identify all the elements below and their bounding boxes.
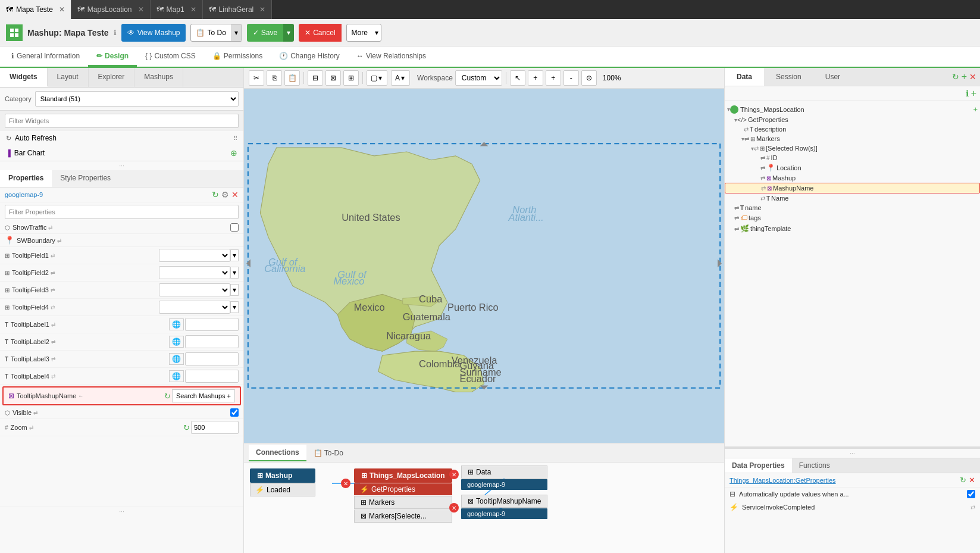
tab-custom-css[interactable]: { } Custom CSS — [137, 47, 204, 67]
category-select[interactable]: Standard (51) — [35, 91, 239, 107]
ttlabel4-input[interactable] — [185, 370, 239, 383]
add-widget-icon[interactable]: ⊕ — [230, 148, 237, 158]
tab-close-3[interactable]: ✕ — [259, 5, 265, 14]
widget-tab-mashups[interactable]: Mashups — [134, 68, 183, 87]
ttfield1-dropdown-btn[interactable]: ▾ — [230, 249, 239, 261]
showtraffic-checkbox[interactable] — [230, 223, 239, 232]
root-add-btn[interactable]: + — [973, 105, 978, 114]
tab-mapa-teste[interactable]: 🗺 Mapa Teste ✕ — [0, 0, 71, 19]
tree-id[interactable]: ⇄ # ID — [725, 153, 980, 163]
zoom-refresh-icon[interactable]: ↻ — [183, 423, 190, 432]
tab-close-0[interactable]: ✕ — [59, 5, 65, 14]
todo-arrow[interactable]: ▾ — [231, 24, 242, 41]
workspace-select[interactable]: CustomDefaultDesktopMobile — [455, 70, 502, 86]
ttlabel1-input[interactable] — [185, 318, 239, 331]
right-tab-data[interactable]: Data — [725, 68, 764, 86]
right-close-icon[interactable]: ✕ — [969, 72, 976, 82]
tree-mashupname[interactable]: ⇄ ⊠ MashupName — [725, 183, 980, 193]
filter-widgets-input[interactable] — [5, 114, 239, 128]
widget-tab-explorer[interactable]: Explorer — [89, 68, 135, 87]
ttfield3-select[interactable] — [159, 283, 230, 296]
ttmashupname-refresh-icon[interactable]: ↻ — [164, 392, 171, 401]
tree-mashup[interactable]: ⇄ ⊠ Mashup — [725, 173, 980, 183]
prop-close-icon[interactable]: ✕ — [231, 190, 239, 199]
dp-tab-functions[interactable]: Functions — [792, 458, 837, 473]
tree-add-icon[interactable]: + — [971, 88, 976, 99]
copy-button[interactable]: ⎘ — [267, 70, 282, 86]
ttfield1-select[interactable] — [159, 249, 230, 262]
cancel-button[interactable]: ✕ Cancel — [299, 24, 341, 42]
zoom-out-tool[interactable]: - — [563, 70, 579, 86]
align-center-button[interactable]: ⊠ — [325, 70, 341, 86]
filter-properties-input[interactable] — [5, 205, 239, 219]
ttlabel2-globe-btn[interactable]: 🌐 — [169, 336, 184, 348]
dp-refresh-icon[interactable]: ↻ — [960, 476, 966, 485]
dp-autoupdate-checkbox[interactable] — [967, 490, 975, 498]
align-left-button[interactable]: ⊟ — [308, 70, 323, 86]
props-tab-properties[interactable]: Properties — [0, 170, 52, 187]
save-arrow[interactable]: ▾ — [283, 24, 294, 42]
zoom-input[interactable] — [191, 421, 239, 434]
select-tool[interactable]: ↖ — [510, 70, 525, 86]
tab-design[interactable]: ✏ Design — [88, 47, 137, 67]
dp-tab-data-props[interactable]: Data Properties — [725, 458, 792, 473]
zoom-in-tool[interactable]: + — [546, 70, 561, 86]
align-grid-button[interactable]: ⊞ — [343, 70, 359, 86]
ttlabel3-globe-btn[interactable]: 🌐 — [169, 353, 184, 365]
tab-close-1[interactable]: ✕ — [138, 5, 144, 14]
more-arrow[interactable]: ▾ — [372, 29, 381, 37]
ttlabel4-globe-btn[interactable]: 🌐 — [169, 370, 184, 382]
tree-thing-template[interactable]: ⇄ 🌿 thingTemplate — [725, 223, 980, 234]
add-tool[interactable]: + — [528, 70, 543, 86]
preview-selector[interactable]: A ▾ — [391, 70, 410, 86]
tree-name[interactable]: ⇄ T Name — [725, 193, 980, 203]
dp-link[interactable]: Things_MapsLocation:GetProperties — [729, 477, 836, 484]
ttlabel3-input[interactable] — [185, 352, 239, 365]
tab-permissions[interactable]: 🔒 Permissions — [204, 47, 271, 67]
widget-tab-widgets[interactable]: Widgets — [0, 68, 48, 87]
tree-tags[interactable]: ⇄ 🏷 tags — [725, 213, 980, 223]
tree-name-prop[interactable]: ⇄ T name — [725, 203, 980, 213]
tree-getproperties[interactable]: ▾ </> GetProperties — [725, 115, 980, 124]
prop-refresh-icon[interactable]: ↻ — [212, 190, 219, 199]
tree-description[interactable]: ⇄ T description — [725, 124, 980, 134]
ttlabel2-input[interactable] — [185, 335, 239, 348]
visible-checkbox[interactable] — [230, 408, 239, 417]
cut-button[interactable]: ✂ — [249, 70, 264, 86]
tab-maps-location[interactable]: 🗺 MapsLocation ✕ — [71, 0, 151, 19]
ttfield2-dropdown-btn[interactable]: ▾ — [230, 267, 239, 279]
prop-settings-icon[interactable]: ⚙ — [221, 190, 229, 199]
tab-linha-geral[interactable]: 🗺 LinhaGeral ✕ — [203, 0, 273, 19]
widget-item-autorefresh[interactable]: ↻ Auto Refresh ⠿ — [0, 131, 243, 145]
view-mashup-button[interactable]: 👁 View Mashup — [121, 24, 186, 42]
fit-tool[interactable]: ⊙ — [581, 70, 597, 86]
tab-change-history[interactable]: 🕐 Change History — [271, 47, 348, 67]
ttfield4-select[interactable] — [159, 301, 230, 314]
ttfield4-dropdown-btn[interactable]: ▾ — [230, 301, 239, 313]
tab-map1[interactable]: 🗺 Map1 ✕ — [151, 0, 203, 19]
dp-close-icon[interactable]: ✕ — [969, 476, 975, 485]
props-tab-style[interactable]: Style Properties — [52, 170, 119, 187]
tab-general-information[interactable]: ℹ General Information — [3, 47, 88, 67]
right-tab-user[interactable]: User — [813, 68, 852, 86]
ttlabel1-globe-btn[interactable]: 🌐 — [169, 318, 184, 330]
search-mashups-button[interactable]: Search Mashups + — [172, 389, 235, 402]
paste-button[interactable]: 📋 — [284, 70, 300, 86]
view-mode-selector[interactable]: ▢ ▾ — [367, 70, 387, 86]
todo-button[interactable]: 📋 To Do ▾ — [190, 24, 242, 42]
conn-tab-todo[interactable]: 📋 To-Do — [306, 445, 350, 461]
map-canvas[interactable]: United States Mexico Guatemala Nicaragua… — [244, 89, 724, 443]
tab-view-relationships[interactable]: ↔ View Relationships — [348, 47, 434, 67]
more-button[interactable]: More ▾ — [346, 24, 381, 42]
save-button[interactable]: ✓ Save ▾ — [247, 24, 294, 42]
widget-item-barchart[interactable]: ▐ Bar Chart ⊕ — [0, 145, 243, 161]
conn-tab-connections[interactable]: Connections — [249, 445, 306, 461]
tree-markers[interactable]: ▾ ⇄ ⊞ Markers — [725, 134, 980, 143]
tree-location[interactable]: ⇄ 📍 Location — [725, 163, 980, 173]
right-add-icon[interactable]: + — [962, 71, 967, 82]
tree-selected-rows[interactable]: ▾ ⇄ ⊞ [Selected Row(s)] — [725, 143, 980, 153]
right-tab-session[interactable]: Session — [764, 68, 813, 86]
ttfield3-dropdown-btn[interactable]: ▾ — [230, 284, 239, 296]
tree-info-icon[interactable]: ℹ — [966, 89, 969, 98]
widget-tab-layout[interactable]: Layout — [48, 68, 89, 87]
